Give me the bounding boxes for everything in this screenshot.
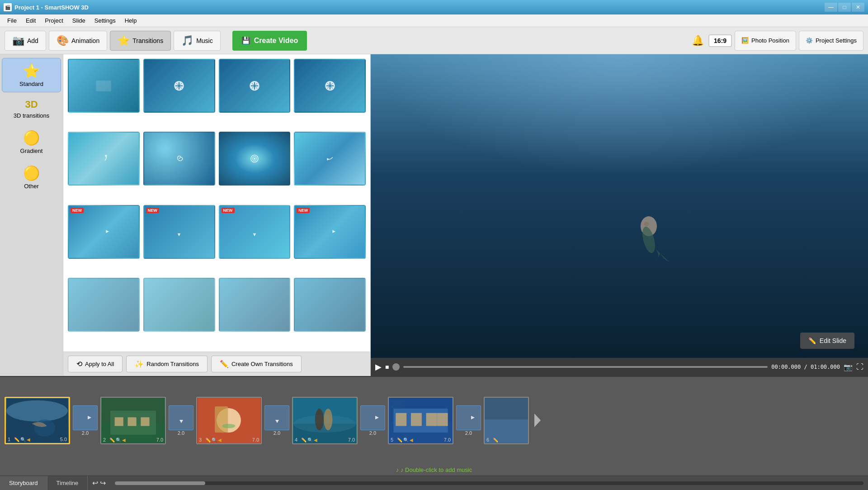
slide-number: 5 [391,437,393,442]
menu-file[interactable]: File [3,15,21,26]
stop-button[interactable]: ■ [385,363,389,371]
category-standard[interactable]: ⭐ Standard [2,58,61,92]
transition-item[interactable] [68,59,140,113]
transition-item[interactable]: NEW [68,205,140,259]
tab-timeline[interactable]: Timeline [47,476,88,490]
photo-position-label: Photo Position [751,37,789,44]
slide-duration: 7.0 [348,437,355,442]
transition-item[interactable] [219,59,291,113]
notification-bell-icon[interactable]: 🔔 [690,33,706,48]
playback-bar: ▶ ■ 00:00.000 / 01:00.000 📷 ⛶ [371,358,868,376]
minimize-button[interactable]: — [825,3,837,12]
menu-edit[interactable]: Edit [21,15,40,26]
preview-image [371,54,868,358]
slide-thumbnail[interactable]: 2 ✏️ 🔍 ◀ 7.0 [100,397,166,444]
play-icon: ◀ [122,438,126,442]
slide-duration: 7.0 [156,437,163,442]
svg-rect-37 [141,417,149,426]
slide-thumbnail[interactable]: 3 ✏️ 🔍 ◀ 7.0 [196,397,262,444]
transition-item[interactable] [294,132,366,186]
horizontal-scrollbar[interactable] [115,481,863,485]
transitions-button[interactable]: ⭐ Transitions [110,31,171,51]
svg-point-42 [222,423,236,428]
menu-project[interactable]: Project [40,15,67,26]
category-3d[interactable]: 3D 3D transitions [2,94,61,124]
titlebar-controls: — □ ✕ [825,3,864,12]
animation-label: Animation [71,37,99,44]
svg-point-19 [254,157,255,159]
scroll-right[interactable] [531,411,543,429]
transition-item[interactable]: NEW [294,205,366,259]
transition-slot[interactable] [73,405,98,430]
music-button[interactable]: 🎵 Music [174,31,221,51]
transition-item[interactable] [143,59,215,113]
menu-settings[interactable]: Settings [90,15,120,26]
random-transitions-button[interactable]: ✨ Random Transitions [126,356,208,372]
project-settings-label: Project Settings [816,37,857,44]
svg-marker-31 [83,416,91,419]
project-settings-button[interactable]: ⚙️ Project Settings [799,31,863,51]
play-icon: ◀ [410,438,413,442]
svg-rect-56 [437,413,448,426]
slide-thumbnail[interactable]: 1 ✏️ 🔍 ◀ 5.0 [5,397,70,444]
transition-item[interactable] [143,132,215,186]
transition-item[interactable] [68,132,140,186]
close-button[interactable]: ✕ [852,3,864,12]
category-3d-label: 3D transitions [14,112,49,119]
transition-item[interactable]: NEW [219,205,291,259]
edit-icon: ✏️ [205,438,211,442]
transitions-area: ⭐ Standard 3D 3D transitions 🟡 Gradient … [0,54,370,376]
transition-slot[interactable] [456,405,481,430]
tab-storyboard[interactable]: Storyboard [0,476,47,490]
screenshot-button[interactable]: 📷 [844,363,853,371]
photo-position-button[interactable]: 🖼️ Photo Position [735,31,796,51]
menu-slide[interactable]: Slide [68,15,90,26]
slide-item: 1 ✏️ 🔍 ◀ 5.0 [5,397,70,444]
transition-item[interactable]: NEW [143,205,215,259]
create-video-button[interactable]: 💾 Create Video [232,31,307,51]
svg-rect-57 [392,400,405,408]
water-light [371,54,868,176]
undo-button[interactable]: ↩ [92,479,98,487]
category-gradient[interactable]: 🟡 Gradient [2,125,61,159]
tabbar-bottom: Storyboard Timeline ↩ ↪ [0,476,868,490]
toolbar: 📷 Add 🎨 Animation ⭐ Transitions 🎵 Music … [0,27,868,54]
play-button[interactable]: ▶ [375,362,382,372]
redo-button[interactable]: ↪ [100,479,106,487]
slide-number: 2 [103,437,106,442]
create-own-transitions-button[interactable]: ✏️ Create Own Transitions [211,356,302,372]
main-area: ⭐ Standard 3D 3D transitions 🟡 Gradient … [0,54,868,376]
fullscreen-button[interactable]: ⛶ [856,363,863,371]
animation-button[interactable]: 🎨 Animation [49,31,107,51]
titlebar-left: 🎬 Project 1 - SmartSHOW 3D [4,3,89,11]
slide-icons: ✏️ 🔍 ◀ [109,438,126,442]
transition-item[interactable] [68,278,140,332]
menu-help[interactable]: Help [120,15,142,26]
slide-thumbnail[interactable]: 6 ✏️ [484,397,529,444]
create-own-transitions-label: Create Own Transitions [231,361,293,367]
apply-to-all-button[interactable]: ⟲ Apply to All [68,356,123,372]
edit-icon: ✏️ [301,438,307,442]
category-other[interactable]: 🟡 Other [2,161,61,194]
progress-track[interactable] [403,366,768,368]
slide-thumbnail[interactable]: 4 ✏️ 🔍 ◀ 7.0 [292,397,358,444]
slide-thumbnail[interactable]: 5 ✏️ 🔍 ◀ 7.0 [388,397,453,444]
aspect-ratio-button[interactable]: 16:9 [708,34,732,47]
maximize-button[interactable]: □ [838,3,851,12]
transition-slot[interactable] [360,405,385,430]
edit-slide-button[interactable]: ✏️ Edit Slide [800,333,854,349]
record-button[interactable] [392,363,400,371]
svg-marker-22 [178,228,181,236]
transition-slot[interactable] [169,405,193,430]
preview-video: ✏️ Edit Slide [371,54,868,358]
music-hint[interactable]: ♪ Double-click to add music [401,466,472,473]
transition-item[interactable] [143,278,215,332]
transition-slot[interactable] [264,405,289,430]
scroll-thumb[interactable] [115,481,205,485]
transition-item[interactable] [294,278,366,332]
transition-item[interactable] [219,132,291,186]
add-button[interactable]: 📷 Add [5,31,46,51]
transition-item[interactable] [294,59,366,113]
transition-item[interactable] [219,278,291,332]
gear-icon: ⚙️ [806,37,813,44]
